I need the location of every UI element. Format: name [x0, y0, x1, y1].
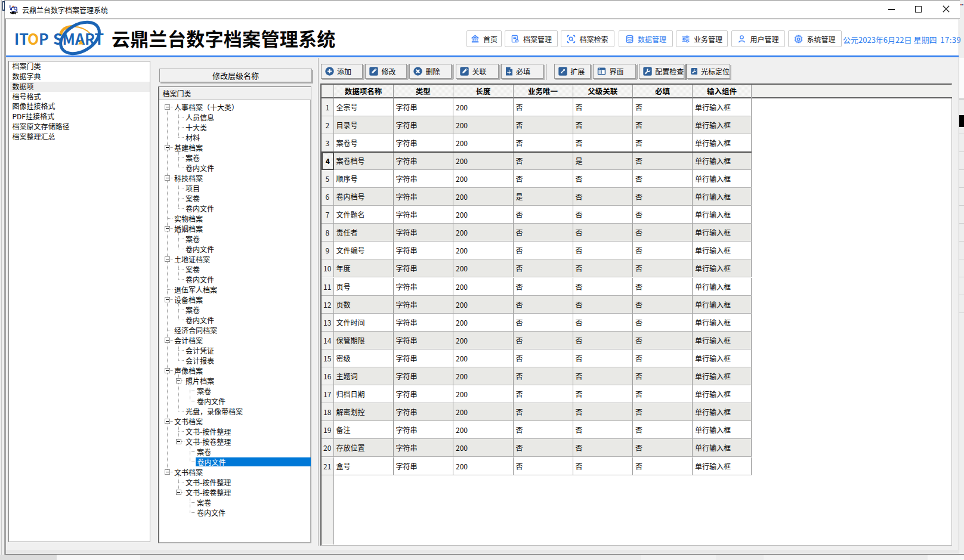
svg-text:P: P	[39, 27, 49, 49]
svg-text:SMART: SMART	[53, 27, 104, 49]
svg-text:IT: IT	[14, 27, 29, 49]
svg-text:O: O	[27, 27, 39, 49]
